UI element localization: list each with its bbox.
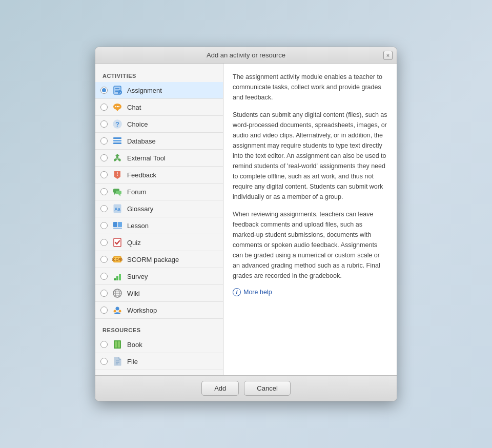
external-tool-icon bbox=[112, 152, 123, 164]
svg-rect-34 bbox=[116, 276, 118, 280]
radio-file[interactable] bbox=[100, 358, 108, 365]
svg-text:SCORM: SCORM bbox=[112, 258, 122, 261]
lesson-label: Lesson bbox=[127, 222, 149, 230]
wiki-icon bbox=[112, 288, 123, 299]
activity-item-forum[interactable]: Forum bbox=[95, 184, 223, 200]
svg-rect-22 bbox=[116, 191, 121, 194]
file-icon bbox=[112, 356, 123, 367]
external-tool-label: External Tool bbox=[127, 154, 166, 162]
scorm-label: SCORM package bbox=[127, 256, 179, 263]
radio-chat[interactable] bbox=[100, 104, 108, 111]
svg-rect-26 bbox=[113, 222, 117, 227]
svg-point-43 bbox=[119, 310, 121, 313]
dialog-header: Add an activity or resource × bbox=[95, 47, 397, 64]
activity-item-database[interactable]: Database bbox=[95, 133, 223, 150]
dialog-title: Add an activity or resource bbox=[207, 51, 285, 59]
close-button[interactable]: × bbox=[383, 51, 393, 60]
description-paragraph2: Students can submit any digital content … bbox=[233, 110, 387, 202]
activity-item-quiz[interactable]: Quiz bbox=[95, 234, 223, 251]
svg-rect-14 bbox=[113, 137, 121, 139]
choice-icon: ? bbox=[112, 118, 123, 130]
lesson-icon bbox=[112, 220, 123, 231]
activity-item-assignment[interactable]: ✓ Assignment bbox=[95, 82, 223, 99]
radio-external-tool[interactable] bbox=[100, 154, 108, 161]
svg-rect-33 bbox=[114, 278, 116, 280]
workshop-icon bbox=[112, 304, 123, 316]
svg-rect-15 bbox=[113, 140, 121, 141]
svg-point-9 bbox=[117, 106, 118, 107]
radio-survey[interactable] bbox=[100, 273, 108, 280]
quiz-label: Quiz bbox=[127, 239, 141, 247]
choice-label: Choice bbox=[127, 120, 148, 128]
radio-glossary[interactable] bbox=[100, 205, 108, 212]
activity-item-file[interactable]: File bbox=[95, 353, 223, 370]
activity-item-external-tool[interactable]: External Tool bbox=[95, 150, 223, 167]
more-help-link[interactable]: i More help bbox=[233, 288, 387, 296]
glossary-label: Glossary bbox=[127, 205, 153, 213]
activity-item-survey[interactable]: Survey bbox=[95, 268, 223, 285]
description-paragraph3: When reviewing assignments, teachers can… bbox=[233, 209, 387, 281]
svg-rect-27 bbox=[118, 222, 122, 227]
scorm-icon: SCORM bbox=[112, 254, 123, 265]
radio-choice[interactable] bbox=[100, 120, 108, 128]
book-icon bbox=[112, 339, 123, 350]
activity-item-book[interactable]: Book bbox=[95, 336, 223, 353]
activity-item-chat[interactable]: Chat bbox=[95, 99, 223, 116]
activity-item-feedback[interactable]: ! Feedback bbox=[95, 167, 223, 184]
svg-rect-28 bbox=[113, 228, 122, 229]
radio-feedback[interactable] bbox=[100, 171, 108, 178]
activity-item-choice[interactable]: ? Choice bbox=[95, 116, 223, 133]
radio-forum[interactable] bbox=[100, 188, 108, 195]
svg-rect-35 bbox=[119, 274, 121, 280]
activity-list: ACTIVITIES ✓ Assignment bbox=[95, 64, 223, 375]
radio-workshop[interactable] bbox=[100, 307, 108, 314]
radio-lesson[interactable] bbox=[100, 222, 108, 229]
forum-icon bbox=[112, 186, 123, 197]
dialog-body: ACTIVITIES ✓ Assignment bbox=[95, 64, 397, 375]
database-icon bbox=[112, 135, 123, 147]
activity-item-glossary[interactable]: Aa Glossary bbox=[95, 200, 223, 217]
assignment-label: Assignment bbox=[127, 87, 162, 94]
activity-item-workshop[interactable]: Workshop bbox=[95, 302, 223, 319]
survey-icon bbox=[112, 271, 123, 282]
activities-section-label: ACTIVITIES bbox=[95, 69, 223, 82]
cancel-button[interactable]: Cancel bbox=[244, 381, 290, 396]
svg-point-42 bbox=[114, 310, 116, 313]
svg-marker-23 bbox=[118, 194, 120, 196]
radio-assignment[interactable] bbox=[100, 87, 108, 94]
feedback-icon: ! bbox=[112, 169, 123, 180]
glossary-icon: Aa bbox=[112, 203, 123, 214]
description-panel: The assignment activity module enables a… bbox=[223, 64, 397, 375]
svg-text:?: ? bbox=[115, 120, 119, 128]
svg-point-17 bbox=[116, 157, 119, 160]
add-button[interactable]: Add bbox=[201, 381, 239, 396]
more-help-label: More help bbox=[243, 289, 272, 296]
file-label: File bbox=[127, 358, 138, 365]
activity-item-lesson[interactable]: Lesson bbox=[95, 217, 223, 234]
radio-quiz[interactable] bbox=[100, 239, 108, 246]
description-paragraph1: The assignment activity module enables a… bbox=[233, 72, 387, 103]
radio-wiki[interactable] bbox=[100, 290, 108, 297]
svg-marker-11 bbox=[116, 109, 119, 111]
svg-point-8 bbox=[115, 106, 116, 107]
svg-rect-4 bbox=[115, 91, 118, 92]
assignment-icon: ✓ bbox=[112, 85, 123, 96]
database-label: Database bbox=[127, 137, 156, 145]
activity-item-wiki[interactable]: Wiki bbox=[95, 285, 223, 302]
svg-point-41 bbox=[116, 307, 119, 311]
svg-text:!: ! bbox=[116, 171, 118, 177]
activity-item-scorm[interactable]: SCORM SCORM package bbox=[95, 251, 223, 268]
resources-section-label: RESOURCES bbox=[95, 323, 223, 336]
wiki-label: Wiki bbox=[127, 290, 140, 297]
radio-scorm[interactable] bbox=[100, 256, 108, 263]
forum-label: Forum bbox=[127, 188, 147, 196]
book-label: Book bbox=[127, 341, 142, 349]
svg-rect-2 bbox=[115, 88, 119, 89]
survey-label: Survey bbox=[127, 273, 148, 280]
svg-point-10 bbox=[118, 106, 119, 107]
dialog-footer: Add Cancel bbox=[95, 375, 397, 401]
radio-book[interactable] bbox=[100, 341, 108, 348]
info-icon: i bbox=[233, 288, 241, 296]
radio-database[interactable] bbox=[100, 137, 108, 145]
feedback-label: Feedback bbox=[127, 171, 156, 179]
